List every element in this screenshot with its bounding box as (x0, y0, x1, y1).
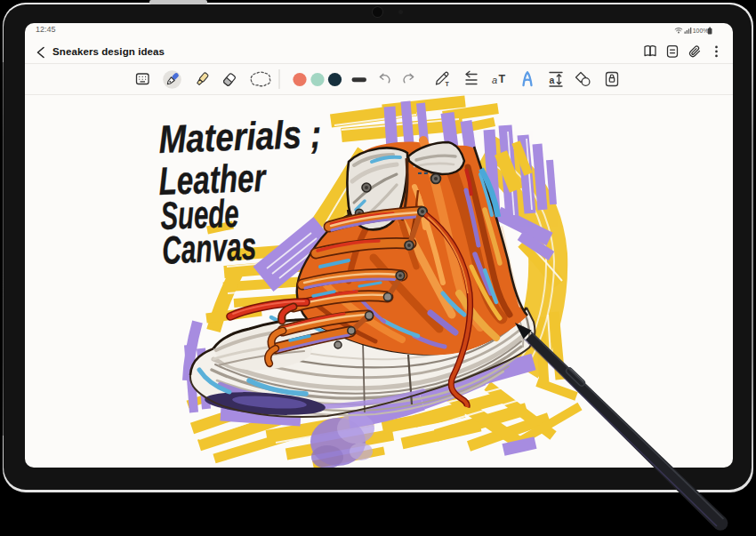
svg-text:Materials ;: Materials ; (158, 112, 323, 161)
svg-text:Canvas: Canvas (161, 224, 257, 272)
